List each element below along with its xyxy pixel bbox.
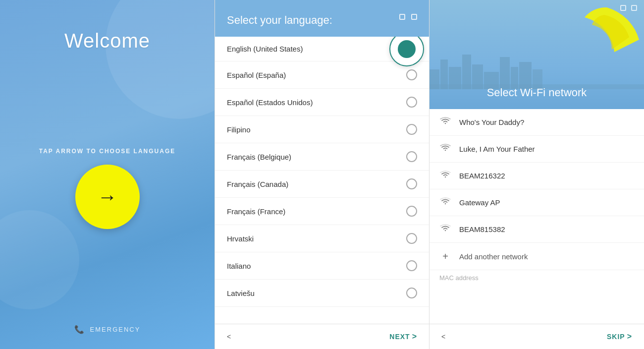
- language-item-english[interactable]: English (United States): [215, 37, 429, 61]
- wifi-signal-icon: [439, 116, 451, 128]
- wifi-network-list: Who's Your Daddy? Luke, I Am Your Father: [429, 109, 644, 324]
- radio-button[interactable]: [406, 69, 417, 80]
- language-item-latviesu[interactable]: Latviešu: [215, 280, 429, 307]
- wifi-network-item[interactable]: Who's Your Daddy?: [429, 109, 644, 136]
- add-network-label: Add another network: [459, 252, 528, 261]
- wifi-network-name: Gateway AP: [459, 198, 500, 207]
- radio-button[interactable]: [406, 233, 417, 244]
- next-button[interactable]: NEXT >: [389, 332, 417, 341]
- header-icons: [399, 14, 417, 20]
- language-name: English (United States): [227, 45, 303, 53]
- radio-button[interactable]: [406, 178, 417, 189]
- language-item-italiano[interactable]: Italiano: [215, 252, 429, 280]
- radio-button[interactable]: [406, 151, 417, 162]
- language-name: Filipino: [227, 125, 251, 134]
- radio-button[interactable]: [406, 124, 417, 135]
- language-header: Select your language:: [215, 0, 429, 37]
- wifi-signal-icon: [439, 143, 451, 155]
- language-name: Français (Belgique): [227, 153, 291, 161]
- mac-address-label: MAC address: [429, 270, 644, 286]
- emergency-label: EMERGENCY: [90, 326, 141, 333]
- skip-label: SKIP: [607, 333, 625, 341]
- welcome-panel: Welcome TAP ARROW TO CHOOSE LANGUAGE → 📞…: [0, 0, 215, 349]
- back-button[interactable]: <: [227, 333, 231, 341]
- skip-chevron: >: [627, 332, 632, 341]
- svg-rect-3: [462, 55, 471, 89]
- language-footer: < NEXT >: [215, 324, 429, 349]
- radio-button[interactable]: [406, 206, 417, 217]
- wifi-header-title: Select Wi-Fi network: [487, 86, 587, 99]
- language-name: Français (Canada): [227, 180, 288, 188]
- language-name: Hrvatski: [227, 234, 254, 243]
- language-name: Español (Estados Unidos): [227, 98, 313, 107]
- radio-button[interactable]: [406, 97, 417, 108]
- language-name: Français (France): [227, 207, 285, 216]
- language-name: Italiano: [227, 262, 251, 270]
- wifi-signal-icon: [439, 197, 451, 208]
- plus-icon: +: [439, 250, 451, 262]
- wifi-network-name: BEAM216322: [459, 172, 505, 180]
- radio-button[interactable]: [406, 288, 417, 298]
- language-item-espanol-estados[interactable]: Español (Estados Unidos): [215, 89, 429, 116]
- city-skyline: [429, 45, 644, 89]
- radio-button[interactable]: [406, 260, 417, 271]
- language-list: English (United States) Español (España)…: [215, 37, 429, 324]
- phone-icon: 📞: [74, 325, 85, 334]
- skip-button[interactable]: SKIP >: [607, 332, 632, 341]
- wifi-footer: < SKIP >: [429, 324, 644, 349]
- signal-icon-sm: [399, 14, 405, 20]
- language-name: Español (España): [227, 71, 286, 79]
- language-name: Latviešu: [227, 289, 255, 297]
- wifi-network-name: BEAM815382: [459, 225, 505, 233]
- welcome-middle: TAP ARROW TO CHOOSE LANGUAGE →: [39, 148, 176, 229]
- arrow-right-icon: →: [98, 187, 117, 207]
- language-item-espanol-espana[interactable]: Español (España): [215, 61, 429, 89]
- wifi-network-item[interactable]: Luke, I Am Your Father: [429, 136, 644, 163]
- next-chevron: >: [412, 332, 417, 341]
- wifi-network-item[interactable]: BEAM815382: [429, 216, 644, 243]
- arrow-button[interactable]: →: [75, 165, 140, 229]
- add-network-item[interactable]: + Add another network: [429, 243, 644, 270]
- wifi-network-item[interactable]: Gateway AP: [429, 189, 644, 216]
- wifi-panel: Select Wi-Fi network Who's Your Daddy?: [429, 0, 644, 349]
- language-item-filipino[interactable]: Filipino: [215, 116, 429, 143]
- tap-arrow-label: TAP ARROW TO CHOOSE LANGUAGE: [39, 148, 176, 155]
- wifi-signal-icon: [439, 224, 451, 235]
- welcome-title: Welcome: [64, 30, 150, 52]
- emergency-button[interactable]: 📞 EMERGENCY: [74, 325, 141, 334]
- language-panel: Select your language: English (United St…: [215, 0, 429, 349]
- wifi-header: Select Wi-Fi network: [429, 0, 644, 109]
- language-item-francais-belgique[interactable]: Français (Belgique): [215, 143, 429, 171]
- wifi-back-button[interactable]: <: [441, 333, 446, 341]
- wifi-network-name: Luke, I Am Your Father: [459, 145, 535, 153]
- wifi-network-name: Who's Your Daddy?: [459, 118, 524, 126]
- language-item-hrvatski[interactable]: Hrvatski: [215, 225, 429, 252]
- language-item-francais-canada[interactable]: Français (Canada): [215, 171, 429, 198]
- next-label: NEXT: [389, 333, 410, 341]
- wifi-signal-icon: [439, 170, 451, 181]
- language-header-title: Select your language:: [227, 14, 332, 27]
- language-item-francais-france[interactable]: Français (France): [215, 198, 429, 225]
- welcome-top: Welcome: [64, 30, 150, 52]
- battery-icon-sm: [411, 14, 417, 20]
- wifi-network-item[interactable]: BEAM216322: [429, 163, 644, 189]
